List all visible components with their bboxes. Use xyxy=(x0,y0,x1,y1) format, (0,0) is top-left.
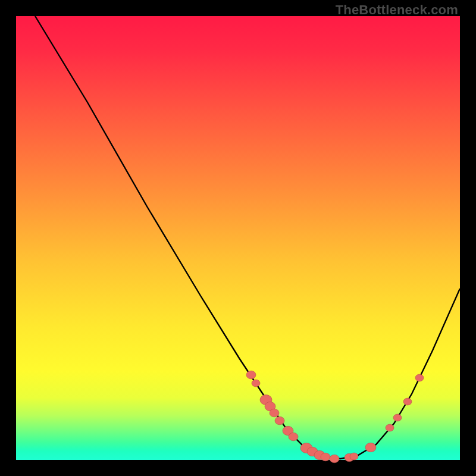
curve-marker xyxy=(275,416,284,425)
curve-marker xyxy=(321,453,330,461)
curve-markers-group xyxy=(246,371,424,463)
curve-marker xyxy=(246,371,256,379)
curve-marker xyxy=(270,409,279,417)
curve-line xyxy=(35,16,460,459)
curve-marker xyxy=(365,443,376,452)
curve-marker xyxy=(386,424,394,431)
curve-marker xyxy=(403,398,412,405)
curve-marker xyxy=(350,453,358,460)
curve-marker xyxy=(330,455,339,463)
curve-marker xyxy=(252,380,260,387)
curve-marker xyxy=(393,414,402,421)
curve-marker xyxy=(289,433,298,441)
curve-marker xyxy=(415,374,424,381)
bottleneck-curve-chart xyxy=(16,16,460,460)
